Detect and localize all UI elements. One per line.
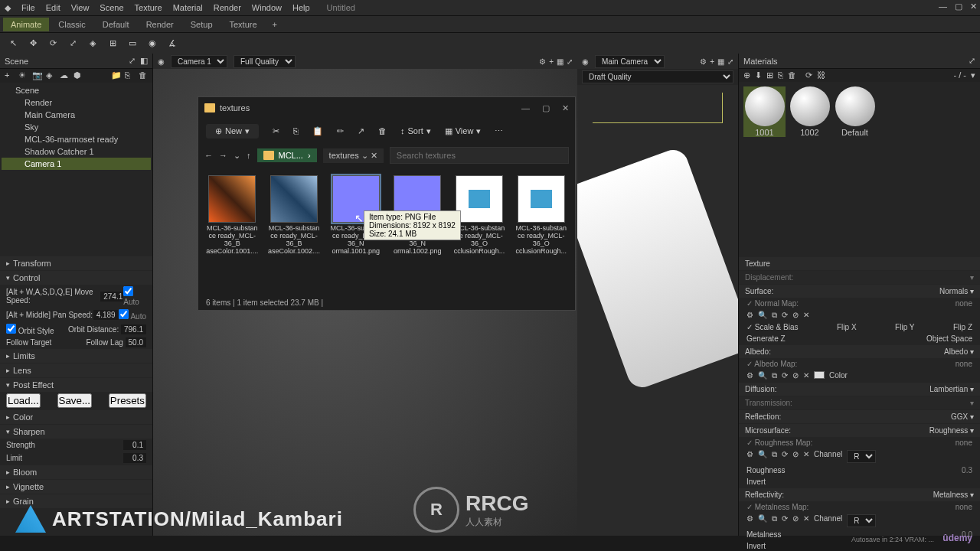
viewport-mode-icon[interactable]: ◉: [158, 57, 165, 66]
scene-fog-icon[interactable]: ☁: [60, 70, 69, 80]
scene-delete-icon[interactable]: 🗑: [139, 70, 148, 80]
menu-material[interactable]: Material: [173, 3, 203, 12]
scene-mesh-icon[interactable]: ◈: [46, 70, 55, 80]
rg-gear-icon[interactable]: ⚙: [746, 450, 753, 463]
post-presets-button[interactable]: Presets: [109, 393, 146, 408]
mt-search-icon[interactable]: 🔍: [758, 514, 767, 527]
orbit-style-checkbox[interactable]: [6, 324, 16, 334]
viewport1-camera-select[interactable]: Camera 1: [171, 55, 227, 68]
menu-window[interactable]: Window: [252, 3, 282, 12]
mat-add-icon[interactable]: ⊕: [743, 70, 750, 80]
mat-preset-dropdown-icon[interactable]: ▾: [971, 70, 975, 80]
al-x-icon[interactable]: ✕: [803, 371, 809, 380]
tree-camera-1[interactable]: Camera 1: [2, 158, 151, 170]
al-gear-icon[interactable]: ⚙: [746, 371, 753, 380]
mt-x-icon[interactable]: ✕: [803, 514, 809, 527]
explorer-paste-icon[interactable]: 📋: [312, 126, 323, 136]
menu-render[interactable]: Render: [214, 3, 241, 12]
vp1-layout-icon[interactable]: ▦: [557, 57, 564, 66]
explorer-sort-button[interactable]: ↕ Sort ▾: [400, 126, 431, 136]
section-color[interactable]: Color: [0, 410, 152, 424]
maximize-icon[interactable]: ▢: [955, 2, 962, 11]
section-lens[interactable]: Lens: [0, 364, 152, 377]
explorer-more-icon[interactable]: ⋯: [495, 126, 503, 136]
rg-clear-icon[interactable]: ⊘: [792, 450, 799, 463]
mt-link-icon[interactable]: ⧉: [772, 514, 777, 527]
mt-clear-icon[interactable]: ⊘: [792, 514, 799, 527]
section-reflection[interactable]: Reflection:GGX ▾: [739, 410, 980, 423]
nm-link-icon[interactable]: ⧉: [772, 311, 777, 320]
tab-animate[interactable]: Animate: [3, 18, 49, 31]
nm-search-icon[interactable]: 🔍: [758, 311, 767, 320]
explorer-copy-icon[interactable]: ⎘: [293, 126, 299, 135]
tree-model[interactable]: MCL-36-marmoset ready: [2, 133, 151, 145]
explorer-share-icon[interactable]: ↗: [358, 126, 364, 136]
explorer-forward-icon[interactable]: →: [219, 151, 227, 160]
file-occlusion-1002[interactable]: MCL-36-substan ce ready_MCL-36_O cclusio…: [514, 175, 567, 255]
explorer-new-button[interactable]: ⊕ New ▾: [206, 124, 259, 139]
explorer-close-icon[interactable]: ✕: [562, 103, 569, 113]
post-save-button[interactable]: Save...: [57, 393, 93, 408]
rg-refresh-icon[interactable]: ⟳: [782, 450, 788, 463]
tab-add-button[interactable]: +: [266, 18, 283, 31]
al-clear-icon[interactable]: ⊘: [792, 371, 799, 380]
menu-help[interactable]: Help: [292, 3, 310, 12]
minimize-icon[interactable]: —: [939, 2, 947, 11]
scale-tool-icon[interactable]: ⤢: [66, 37, 80, 51]
transform-tool-icon[interactable]: ◈: [86, 37, 100, 51]
section-control[interactable]: Control: [0, 271, 152, 285]
explorer-minimize-icon[interactable]: —: [521, 103, 530, 113]
snap-tool-icon[interactable]: ⊞: [106, 37, 119, 51]
marquee-tool-icon[interactable]: ▭: [126, 37, 139, 51]
section-sharpen[interactable]: Sharpen: [0, 425, 152, 439]
tab-classic[interactable]: Classic: [51, 18, 93, 31]
section-transform[interactable]: Transform: [0, 256, 152, 270]
pan-speed-auto-checkbox[interactable]: [119, 309, 129, 319]
viewport2[interactable]: [577, 85, 738, 536]
menu-file[interactable]: File: [21, 3, 35, 12]
menu-scene[interactable]: Scene: [100, 3, 123, 12]
measure-tool-icon[interactable]: ∡: [165, 37, 179, 51]
rotate-tool-icon[interactable]: ⟳: [46, 37, 60, 51]
mat-refresh-icon[interactable]: ⟳: [805, 70, 812, 80]
tab-render[interactable]: Render: [139, 18, 181, 31]
explorer-recent-icon[interactable]: ⌄: [234, 151, 240, 161]
rg-x-icon[interactable]: ✕: [803, 450, 809, 463]
vp2-add-icon[interactable]: +: [710, 57, 714, 66]
section-limits[interactable]: Limits: [0, 349, 152, 363]
scene-collapse-icon[interactable]: ◧: [140, 56, 148, 66]
menu-edit[interactable]: Edit: [46, 3, 60, 12]
tree-render[interactable]: Render: [2, 96, 151, 109]
mt-refresh-icon[interactable]: ⟳: [782, 514, 788, 527]
vp1-expand-icon[interactable]: ⤢: [567, 57, 573, 66]
vp2-gear-icon[interactable]: ⚙: [700, 57, 707, 66]
move-speed-auto-checkbox[interactable]: [123, 286, 133, 296]
viewport2-mode-icon[interactable]: ◉: [582, 57, 589, 66]
scene-light-icon[interactable]: ☀: [18, 70, 28, 80]
viewport2-quality-select[interactable]: Draft Quality: [582, 70, 733, 83]
rg-search-icon[interactable]: 🔍: [758, 450, 767, 463]
viewport2-camera-select[interactable]: Main Camera: [595, 55, 665, 68]
section-reflectivity[interactable]: Reflectivity:Metalness ▾: [739, 488, 980, 501]
material-thumb-1002[interactable]: 1002: [789, 86, 831, 137]
tab-default[interactable]: Default: [95, 18, 137, 31]
albedo-color-swatch[interactable]: [814, 371, 825, 379]
roughness-channel-select[interactable]: R: [847, 450, 876, 463]
nm-clear-icon[interactable]: ⊘: [792, 311, 799, 320]
scene-expand-icon[interactable]: ⤢: [129, 56, 136, 66]
al-search-icon[interactable]: 🔍: [758, 371, 767, 380]
explorer-rename-icon[interactable]: ✏: [337, 126, 344, 136]
tree-sky[interactable]: Sky: [2, 121, 151, 133]
vp1-add-icon[interactable]: +: [549, 57, 554, 66]
move-tool-icon[interactable]: ✥: [26, 37, 40, 51]
explorer-cut-icon[interactable]: ✂: [273, 126, 279, 136]
vp1-gear-icon[interactable]: ⚙: [539, 57, 546, 66]
file-basecolor-1002[interactable]: MCL-36-substan ce ready_MCL-36_B aseColo…: [268, 175, 321, 255]
explorer-view-button[interactable]: ▦ View ▾: [445, 126, 482, 136]
gizmo-tool-icon[interactable]: ◉: [145, 37, 159, 51]
material-thumb-1001[interactable]: 1001: [743, 86, 786, 137]
section-bloom[interactable]: Bloom: [0, 465, 152, 479]
material-thumb-default[interactable]: Default: [834, 86, 876, 137]
explorer-back-icon[interactable]: ←: [204, 151, 213, 160]
mat-grid-icon[interactable]: ⊞: [766, 70, 773, 80]
